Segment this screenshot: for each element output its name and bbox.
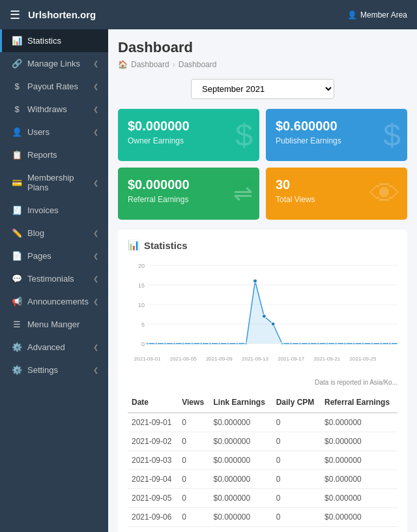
line-chart: 051015202021-09-012021-09-052021-09-0920… xyxy=(128,259,397,376)
card-total-views: 30 Total Views 👁 xyxy=(266,168,407,220)
table-cell: 0 xyxy=(272,527,321,533)
svg-point-25 xyxy=(209,342,212,345)
menu-manger-icon: ☰ xyxy=(12,319,22,329)
table-cell: 0 xyxy=(178,508,209,527)
svg-point-45 xyxy=(388,342,391,345)
manage-links-icon: 🔗 xyxy=(12,59,22,68)
sidebar-item-left: ✏️ Blog xyxy=(12,228,44,238)
date-select[interactable]: September 2021August 2021July 2021June 2… xyxy=(191,79,334,99)
arrow-icon: ❮ xyxy=(93,60,98,67)
table-row: 2021-09-020$0.0000000$0.000000 xyxy=(128,432,397,451)
sidebar-item-menu-manger[interactable]: ☰ Menu Manger xyxy=(0,313,108,336)
users-icon: 👤 xyxy=(12,127,22,137)
table-cell: 2021-09-07 xyxy=(128,527,178,533)
svg-point-40 xyxy=(343,342,346,345)
table-cell: 2021-09-06 xyxy=(128,508,178,527)
svg-text:2021-09-05: 2021-09-05 xyxy=(170,356,197,362)
card-label: Referral Earnings xyxy=(128,195,250,204)
sidebar-item-users[interactable]: 👤 Users ❮ xyxy=(0,121,108,143)
svg-point-24 xyxy=(200,342,203,345)
table-cell: 2021-09-04 xyxy=(128,470,178,489)
sidebar-label-withdraws: Withdraws xyxy=(27,104,67,114)
sidebar-item-invoices[interactable]: 🧾 Invoices xyxy=(0,199,108,222)
table-cell: 0 xyxy=(272,508,321,527)
table-cell: $0.000000 xyxy=(321,508,397,527)
table-cell: 0 xyxy=(178,489,209,508)
breadcrumb-home[interactable]: Dashboard xyxy=(131,60,169,69)
breadcrumb-separator: › xyxy=(173,60,175,69)
sidebar-item-left: 🧾 Invoices xyxy=(12,205,59,215)
svg-point-33 xyxy=(281,342,283,345)
table-cell: $0.000000 xyxy=(209,432,272,451)
sidebar-item-blog[interactable]: ✏️ Blog ❮ xyxy=(0,222,108,244)
svg-point-18 xyxy=(146,342,149,345)
table-col-header: Link Earnings xyxy=(209,392,272,413)
hamburger-icon[interactable]: ☰ xyxy=(10,8,20,22)
sidebar-label-users: Users xyxy=(27,127,50,137)
sidebar-label-statistics: Statistics xyxy=(27,36,61,46)
table-cell: 0 xyxy=(272,470,321,489)
svg-point-39 xyxy=(335,342,338,345)
sidebar-item-advanced[interactable]: ⚙️ Advanced ❮ xyxy=(0,336,108,359)
date-select-wrap: September 2021August 2021July 2021June 2… xyxy=(118,79,407,99)
arrow-icon: ❮ xyxy=(93,83,98,90)
table-cell: $0.000000 xyxy=(209,470,272,489)
table-row: 2021-09-030$0.0000000$0.000000 xyxy=(128,451,397,470)
sidebar-item-pages[interactable]: 📄 Pages ❮ xyxy=(0,244,108,267)
sidebar-label-payout-rates: Payout Rates xyxy=(27,81,78,91)
sidebar-label-testimonials: Testimonials xyxy=(27,274,74,284)
sidebar-item-left: 📄 Pages xyxy=(12,251,51,261)
sidebar: 📊 Statistics 🔗 Manage Links ❮ $ Payout R… xyxy=(0,29,108,532)
svg-point-34 xyxy=(290,342,293,345)
sidebar-label-blog: Blog xyxy=(27,228,44,238)
table-cell: 0 xyxy=(178,470,209,489)
card-bg-icon: $ xyxy=(235,117,253,153)
sidebar-item-left: ⚙️ Settings xyxy=(12,365,58,375)
table-cell: 0 xyxy=(178,527,209,533)
arrow-icon: ❮ xyxy=(93,128,98,136)
stat-cards: $0.000000 Owner Earnings $ $0.600000 Pub… xyxy=(118,109,407,220)
table-cell: 2021-09-05 xyxy=(128,489,178,508)
svg-point-37 xyxy=(317,342,319,345)
top-nav: ☰ Urlshorten.org 👤 Member Area xyxy=(0,0,417,29)
payout-rates-icon: $ xyxy=(12,81,22,91)
sidebar-item-reports[interactable]: 📋 Reports xyxy=(0,143,108,166)
arrow-icon: ❮ xyxy=(93,106,98,113)
sidebar-item-left: 🔗 Manage Links xyxy=(12,59,80,68)
sidebar-item-left: 📢 Announcements xyxy=(12,297,89,306)
sidebar-label-announcements: Announcements xyxy=(27,297,89,306)
blog-icon: ✏️ xyxy=(12,228,22,238)
svg-point-32 xyxy=(271,322,275,326)
sidebar-item-left: 📋 Reports xyxy=(12,150,57,160)
sidebar-item-withdraws[interactable]: $ Withdraws ❮ xyxy=(0,98,108,121)
chart-wrap: 051015202021-09-012021-09-052021-09-0920… xyxy=(128,259,397,376)
sidebar-item-announcements[interactable]: 📢 Announcements ❮ xyxy=(0,290,108,313)
sidebar-item-manage-links[interactable]: 🔗 Manage Links ❮ xyxy=(0,52,108,75)
sidebar-item-settings[interactable]: ⚙️ Settings ❮ xyxy=(0,359,108,381)
sidebar-item-left: ☰ Menu Manger xyxy=(12,319,79,329)
svg-point-36 xyxy=(308,342,310,345)
breadcrumb-home-icon: 🏠 xyxy=(118,60,128,69)
table-header-row: DateViewsLink EarningsDaily CPMReferral … xyxy=(128,392,397,413)
sidebar-item-membership[interactable]: 💳 Membership Plans ❮ xyxy=(0,166,108,199)
statistics-icon: 📊 xyxy=(12,36,22,46)
sidebar-item-testimonials[interactable]: 💬 Testimonials ❮ xyxy=(0,267,108,290)
table-cell: 0 xyxy=(272,451,321,470)
table-cell: $0.000000 xyxy=(209,413,272,432)
sidebar-item-left: 💬 Testimonials xyxy=(12,274,74,284)
sidebar-item-payout-rates[interactable]: $ Payout Rates ❮ xyxy=(0,75,108,98)
svg-text:10: 10 xyxy=(138,302,145,308)
arrow-icon: ❮ xyxy=(93,252,98,259)
svg-point-21 xyxy=(173,342,175,345)
card-label: Publisher Earnings xyxy=(276,136,397,145)
chart-icon: 📊 xyxy=(128,239,140,251)
svg-text:15: 15 xyxy=(138,282,145,289)
announcements-icon: 📢 xyxy=(12,297,22,306)
svg-point-35 xyxy=(298,342,301,345)
table-row: 2021-09-010$0.0000000$0.000000 xyxy=(128,413,397,432)
svg-point-19 xyxy=(155,342,158,345)
sidebar-item-statistics[interactable]: 📊 Statistics xyxy=(0,29,108,52)
table-cell: $0.000000 xyxy=(321,527,397,533)
svg-point-43 xyxy=(371,342,373,345)
card-bg-icon: ⇌ xyxy=(233,180,253,207)
